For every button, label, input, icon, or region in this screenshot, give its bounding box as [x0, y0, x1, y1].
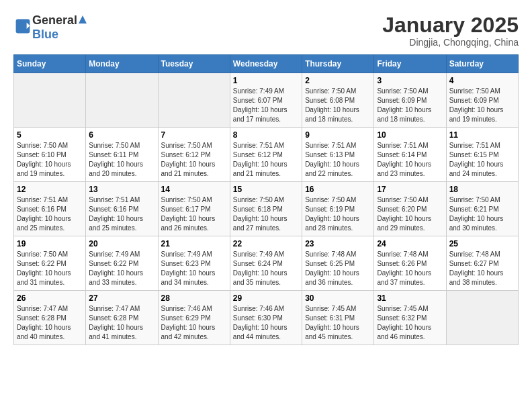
day-info: Sunrise: 7:51 AM Sunset: 6:13 PM Dayligh…: [305, 141, 371, 179]
day-cell: 16Sunrise: 7:50 AM Sunset: 6:19 PM Dayli…: [302, 182, 374, 236]
day-cell: 24Sunrise: 7:48 AM Sunset: 6:26 PM Dayli…: [374, 236, 446, 291]
day-info: Sunrise: 7:50 AM Sunset: 6:09 PM Dayligh…: [449, 87, 515, 124]
day-info: Sunrise: 7:50 AM Sunset: 6:09 PM Dayligh…: [377, 87, 443, 124]
logo: General Blue: [13, 13, 88, 42]
day-cell: [86, 73, 158, 128]
day-number: 20: [89, 239, 154, 248]
day-number: 26: [17, 293, 83, 303]
day-number: 24: [377, 239, 443, 248]
day-cell: [158, 73, 230, 128]
calendar-subtitle: Dingjia, Chongqing, China: [382, 37, 519, 48]
col-wednesday: Wednesday: [230, 55, 302, 73]
day-cell: 31Sunrise: 7:45 AM Sunset: 6:32 PM Dayli…: [374, 291, 446, 345]
day-number: 15: [233, 185, 299, 194]
day-number: 11: [449, 130, 515, 140]
day-info: Sunrise: 7:49 AM Sunset: 6:22 PM Dayligh…: [89, 250, 154, 287]
week-row-1: 5Sunrise: 7:50 AM Sunset: 6:10 PM Daylig…: [14, 128, 519, 182]
col-sunday: Sunday: [14, 55, 86, 73]
day-number: 19: [17, 239, 83, 248]
day-cell: 27Sunrise: 7:47 AM Sunset: 6:28 PM Dayli…: [86, 291, 158, 345]
day-cell: 18Sunrise: 7:50 AM Sunset: 6:21 PM Dayli…: [446, 182, 518, 236]
day-cell: 10Sunrise: 7:51 AM Sunset: 6:14 PM Dayli…: [374, 128, 446, 182]
day-number: 27: [89, 293, 154, 303]
day-number: 1: [233, 76, 299, 85]
day-info: Sunrise: 7:50 AM Sunset: 6:11 PM Dayligh…: [89, 141, 154, 179]
day-number: 25: [449, 239, 515, 248]
day-cell: 4Sunrise: 7:50 AM Sunset: 6:09 PM Daylig…: [446, 73, 518, 128]
day-cell: 17Sunrise: 7:50 AM Sunset: 6:20 PM Dayli…: [374, 182, 446, 236]
week-row-2: 12Sunrise: 7:51 AM Sunset: 6:16 PM Dayli…: [14, 182, 519, 236]
day-cell: 23Sunrise: 7:48 AM Sunset: 6:25 PM Dayli…: [302, 236, 374, 291]
day-info: Sunrise: 7:51 AM Sunset: 6:16 PM Dayligh…: [17, 195, 83, 233]
day-number: 17: [377, 185, 443, 194]
svg-marker-2: [79, 15, 87, 24]
day-cell: 22Sunrise: 7:49 AM Sunset: 6:24 PM Dayli…: [230, 236, 302, 291]
day-info: Sunrise: 7:50 AM Sunset: 6:19 PM Dayligh…: [305, 195, 371, 233]
day-cell: 1Sunrise: 7:49 AM Sunset: 6:07 PM Daylig…: [230, 73, 302, 128]
col-saturday: Saturday: [446, 55, 518, 73]
day-number: 10: [377, 130, 443, 140]
day-number: 13: [89, 185, 154, 194]
day-cell: 19Sunrise: 7:50 AM Sunset: 6:22 PM Dayli…: [14, 236, 86, 291]
day-cell: 6Sunrise: 7:50 AM Sunset: 6:11 PM Daylig…: [86, 128, 158, 182]
day-info: Sunrise: 7:49 AM Sunset: 6:24 PM Dayligh…: [233, 250, 299, 287]
day-cell: 5Sunrise: 7:50 AM Sunset: 6:10 PM Daylig…: [14, 128, 86, 182]
calendar-table: Sunday Monday Tuesday Wednesday Thursday…: [13, 54, 519, 345]
day-info: Sunrise: 7:47 AM Sunset: 6:28 PM Dayligh…: [17, 304, 83, 342]
day-number: 4: [449, 76, 515, 85]
day-info: Sunrise: 7:51 AM Sunset: 6:15 PM Dayligh…: [449, 141, 515, 179]
day-cell: 14Sunrise: 7:50 AM Sunset: 6:17 PM Dayli…: [158, 182, 230, 236]
day-info: Sunrise: 7:50 AM Sunset: 6:18 PM Dayligh…: [233, 195, 299, 233]
day-cell: 8Sunrise: 7:51 AM Sunset: 6:12 PM Daylig…: [230, 128, 302, 182]
day-info: Sunrise: 7:50 AM Sunset: 6:12 PM Dayligh…: [161, 141, 227, 179]
header: General Blue January 2025 Dingjia, Chong…: [13, 13, 519, 48]
day-number: 29: [233, 293, 299, 303]
day-number: 8: [233, 130, 299, 140]
day-cell: 28Sunrise: 7:46 AM Sunset: 6:29 PM Dayli…: [158, 291, 230, 345]
day-cell: 9Sunrise: 7:51 AM Sunset: 6:13 PM Daylig…: [302, 128, 374, 182]
day-info: Sunrise: 7:51 AM Sunset: 6:14 PM Dayligh…: [377, 141, 443, 179]
calendar-title: January 2025: [382, 13, 519, 37]
day-info: Sunrise: 7:51 AM Sunset: 6:12 PM Dayligh…: [233, 141, 299, 179]
day-number: 12: [17, 185, 83, 194]
day-info: Sunrise: 7:50 AM Sunset: 6:17 PM Dayligh…: [161, 195, 227, 233]
week-row-3: 19Sunrise: 7:50 AM Sunset: 6:22 PM Dayli…: [14, 236, 519, 291]
day-cell: 30Sunrise: 7:45 AM Sunset: 6:31 PM Dayli…: [302, 291, 374, 345]
day-info: Sunrise: 7:50 AM Sunset: 6:10 PM Dayligh…: [17, 141, 83, 179]
day-number: 31: [377, 293, 443, 303]
day-number: 21: [161, 239, 227, 248]
day-info: Sunrise: 7:50 AM Sunset: 6:08 PM Dayligh…: [305, 87, 371, 124]
day-cell: 21Sunrise: 7:49 AM Sunset: 6:23 PM Dayli…: [158, 236, 230, 291]
day-number: 7: [161, 130, 227, 140]
week-row-4: 26Sunrise: 7:47 AM Sunset: 6:28 PM Dayli…: [14, 291, 519, 345]
day-number: 23: [305, 239, 371, 248]
day-cell: 2Sunrise: 7:50 AM Sunset: 6:08 PM Daylig…: [302, 73, 374, 128]
week-row-0: 1Sunrise: 7:49 AM Sunset: 6:07 PM Daylig…: [14, 73, 519, 128]
day-info: Sunrise: 7:45 AM Sunset: 6:31 PM Dayligh…: [305, 304, 371, 342]
day-number: 28: [161, 293, 227, 303]
day-number: 30: [305, 293, 371, 303]
day-info: Sunrise: 7:50 AM Sunset: 6:20 PM Dayligh…: [377, 195, 443, 233]
day-info: Sunrise: 7:48 AM Sunset: 6:27 PM Dayligh…: [449, 250, 515, 287]
day-number: 5: [17, 130, 83, 140]
day-cell: [14, 73, 86, 128]
day-number: 22: [233, 239, 299, 248]
day-info: Sunrise: 7:46 AM Sunset: 6:29 PM Dayligh…: [161, 304, 227, 342]
day-cell: 3Sunrise: 7:50 AM Sunset: 6:09 PM Daylig…: [374, 73, 446, 128]
day-cell: 15Sunrise: 7:50 AM Sunset: 6:18 PM Dayli…: [230, 182, 302, 236]
day-number: 14: [161, 185, 227, 194]
header-row: Sunday Monday Tuesday Wednesday Thursday…: [14, 55, 519, 73]
day-info: Sunrise: 7:47 AM Sunset: 6:28 PM Dayligh…: [89, 304, 154, 342]
col-monday: Monday: [86, 55, 158, 73]
day-info: Sunrise: 7:46 AM Sunset: 6:30 PM Dayligh…: [233, 304, 299, 342]
day-info: Sunrise: 7:45 AM Sunset: 6:32 PM Dayligh…: [377, 304, 443, 342]
day-number: 6: [89, 130, 154, 140]
day-number: 18: [449, 185, 515, 194]
day-info: Sunrise: 7:48 AM Sunset: 6:26 PM Dayligh…: [377, 250, 443, 287]
day-cell: 26Sunrise: 7:47 AM Sunset: 6:28 PM Dayli…: [14, 291, 86, 345]
day-number: 9: [305, 130, 371, 140]
day-info: Sunrise: 7:49 AM Sunset: 6:07 PM Dayligh…: [233, 87, 299, 124]
day-cell: 20Sunrise: 7:49 AM Sunset: 6:22 PM Dayli…: [86, 236, 158, 291]
day-number: 2: [305, 76, 371, 85]
day-cell: 12Sunrise: 7:51 AM Sunset: 6:16 PM Dayli…: [14, 182, 86, 236]
